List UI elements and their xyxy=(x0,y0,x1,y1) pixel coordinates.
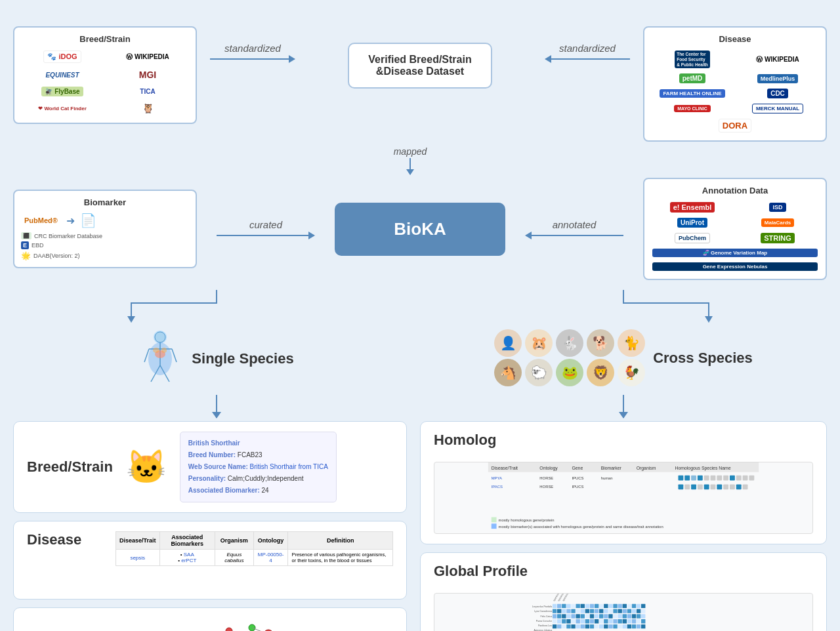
svg-rect-146 xyxy=(557,620,561,624)
svg-rect-117 xyxy=(608,609,612,613)
svg-rect-129 xyxy=(571,615,575,619)
svg-rect-180 xyxy=(623,624,627,628)
homolog-card-title: Homolog xyxy=(434,432,513,449)
col-disease-trait: Disease/Trait xyxy=(116,532,160,550)
svg-rect-48 xyxy=(691,476,696,481)
svg-rect-174 xyxy=(595,624,598,628)
svg-rect-114 xyxy=(595,609,598,613)
svg-rect-168 xyxy=(566,624,570,628)
svg-rect-92 xyxy=(585,604,589,608)
svg-marker-13 xyxy=(705,316,713,323)
standardized-left-label: standardized xyxy=(224,43,281,54)
svg-text:Organism: Organism xyxy=(637,466,656,471)
center-box-line2: &Disease Dataset xyxy=(362,66,478,77)
logo-ensembl: e! Ensembl xyxy=(651,201,734,214)
svg-rect-139 xyxy=(618,615,621,619)
svg-rect-86 xyxy=(557,604,561,608)
svg-rect-107 xyxy=(562,609,566,613)
svg-rect-153 xyxy=(590,620,594,624)
svg-point-23 xyxy=(226,628,232,631)
logo-petmd: petMD xyxy=(651,72,734,85)
svg-rect-109 xyxy=(571,609,575,613)
logo-isd: ISD xyxy=(736,201,819,213)
svg-rect-171 xyxy=(581,624,585,628)
breed-strain-box: Breed/Strain 🐾 iDOG Ⓦ WIKIPEDIA EQUINEST… xyxy=(13,26,197,124)
disease-table: Disease/Trait Associated Biomarkers Orga… xyxy=(116,531,393,566)
daab-logo: 🌟 DAAB(Version: 2) xyxy=(21,251,189,260)
svg-rect-68 xyxy=(723,485,728,490)
svg-rect-175 xyxy=(599,624,603,628)
svg-rect-71 xyxy=(743,485,748,490)
logo-gvm: 🧬 Genome Variation Map xyxy=(651,247,819,258)
mapped-label: mapped xyxy=(394,146,427,157)
svg-text:IPACS: IPACS xyxy=(492,485,503,489)
logo-pubchem: PubChem xyxy=(651,232,734,245)
svg-rect-102 xyxy=(632,604,636,608)
crc-logo: ⬛ CRC Biomarker Database xyxy=(21,232,189,239)
cell-organism: Equus caballus xyxy=(215,550,253,566)
svg-text:Felis Catus: Felis Catus xyxy=(540,615,552,618)
annotation-title: Annotation Data xyxy=(651,186,819,195)
homolog-svg: Disease/Trait Ontology Gene Biomarker Or… xyxy=(434,462,812,533)
ebd-logo: E EBD xyxy=(21,241,189,249)
animal-horse: 🐴 xyxy=(494,359,522,386)
svg-rect-151 xyxy=(581,620,585,624)
svg-rect-130 xyxy=(576,615,579,619)
svg-rect-124 xyxy=(641,609,645,613)
svg-rect-65 xyxy=(704,485,709,490)
animal-cat: 🐈 xyxy=(618,329,645,357)
svg-rect-154 xyxy=(595,620,598,624)
svg-rect-90 xyxy=(576,604,579,608)
svg-rect-152 xyxy=(585,620,589,624)
logo-idog: 🐾 iDOG xyxy=(21,49,104,64)
global-profile-card: Global Profile Leopardus Pardalis Lynx C… xyxy=(420,552,827,631)
svg-rect-95 xyxy=(599,604,603,608)
svg-rect-87 xyxy=(562,604,566,608)
svg-rect-49 xyxy=(698,476,703,481)
svg-rect-131 xyxy=(581,615,585,619)
svg-rect-177 xyxy=(608,624,612,628)
svg-rect-173 xyxy=(590,624,594,628)
logo-equinest: EQUINEST xyxy=(21,69,104,81)
homolog-card: Homolog Disease/Trait Ontology Gene Biom… xyxy=(420,421,827,544)
svg-rect-63 xyxy=(691,485,696,490)
svg-text:Puma Concolor: Puma Concolor xyxy=(536,620,553,622)
svg-marker-0 xyxy=(127,316,135,323)
logo-worldcat: ❤ World Cat Finder xyxy=(21,103,104,114)
logo-uniprot: UniProt xyxy=(651,216,734,229)
svg-rect-108 xyxy=(566,609,570,613)
svg-rect-55 xyxy=(736,476,742,481)
svg-text:HORSE: HORSE xyxy=(539,485,553,489)
svg-rect-104 xyxy=(641,604,645,608)
svg-rect-128 xyxy=(566,615,570,619)
svg-rect-157 xyxy=(608,620,612,624)
svg-point-3 xyxy=(155,332,165,342)
svg-line-9 xyxy=(172,349,177,362)
homolog-mock-table: Disease/Trait Ontology Gene Biomarker Or… xyxy=(434,462,813,534)
logo-wikipedia-breed: Ⓦ WIKIPEDIA xyxy=(106,50,189,64)
center-dataset-box: Verified Breed/Strain &Disease Dataset xyxy=(348,43,492,89)
svg-rect-101 xyxy=(627,604,631,608)
svg-rect-184 xyxy=(641,624,645,628)
svg-text:mostly homologous gene/protein: mostly homologous gene/protein xyxy=(499,519,555,523)
biomarker-box: Biomarker PubMed® ➜ 📄 ⬛ CRC Biomarker Da… xyxy=(13,190,197,268)
svg-rect-183 xyxy=(637,624,640,628)
human-figure xyxy=(139,329,182,388)
animal-sheep: 🐑 xyxy=(525,359,553,386)
svg-rect-155 xyxy=(599,620,603,624)
svg-rect-176 xyxy=(604,624,608,628)
svg-rect-116 xyxy=(604,609,608,613)
svg-rect-158 xyxy=(613,620,617,624)
svg-rect-182 xyxy=(632,624,636,628)
svg-rect-72 xyxy=(492,518,497,523)
svg-rect-137 xyxy=(608,615,612,619)
svg-rect-105 xyxy=(553,609,556,613)
svg-rect-181 xyxy=(627,624,631,628)
svg-rect-89 xyxy=(571,604,575,608)
breed-strain-title: Breed/Strain xyxy=(21,34,189,44)
svg-rect-179 xyxy=(618,624,621,628)
svg-rect-69 xyxy=(730,485,735,490)
svg-point-12 xyxy=(161,348,167,353)
svg-rect-121 xyxy=(627,609,631,613)
bioka-label: BioKA xyxy=(394,219,446,239)
